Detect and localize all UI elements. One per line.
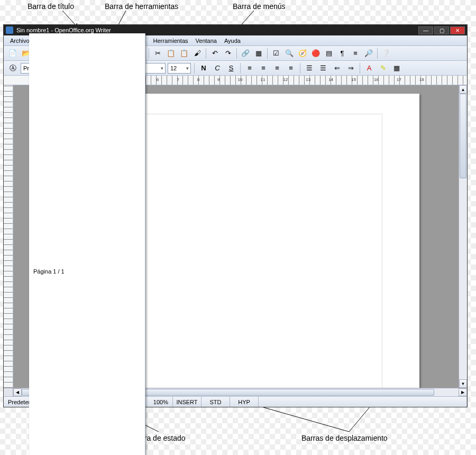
scroll-right-icon[interactable]: ▶: [459, 388, 467, 396]
bg-color-icon[interactable]: ▦: [391, 62, 402, 74]
scroll-down-icon[interactable]: ▼: [459, 379, 467, 388]
vscroll-thumb[interactable]: [460, 94, 466, 178]
redo-icon[interactable]: ↷: [222, 48, 234, 59]
record-icon[interactable]: 🔴: [310, 48, 322, 59]
window-title: Sin nombre1 - OpenOffice.org Writer: [16, 27, 111, 33]
align-center-icon[interactable]: ≡: [258, 62, 269, 74]
menu-herramientas[interactable]: Herramientas: [150, 37, 191, 45]
highlight-icon[interactable]: ✎: [377, 62, 389, 74]
app-icon: [6, 26, 13, 34]
vscroll-track[interactable]: [459, 94, 467, 379]
status-spacer: [259, 397, 467, 407]
vertical-scrollbar[interactable]: ▲ ▼: [459, 85, 467, 388]
maximize-button[interactable]: ▢: [434, 26, 449, 34]
table-icon[interactable]: ▦: [253, 48, 264, 59]
status-std[interactable]: STD: [202, 397, 230, 407]
indent-dec-icon[interactable]: ⇐: [331, 62, 343, 74]
status-hyp[interactable]: HYP: [230, 397, 259, 407]
help-icon[interactable]: ❔: [380, 48, 392, 59]
bold-button[interactable]: N: [198, 62, 209, 74]
indent-inc-icon[interactable]: ⇒: [345, 62, 356, 74]
styles-icon[interactable]: Ⓐ: [7, 62, 19, 74]
zoom-icon[interactable]: 🔎: [363, 48, 374, 59]
status-bar: Página 1 / 1 Predeterminado 100% INSERT …: [4, 396, 467, 407]
cut-icon[interactable]: ✂: [152, 48, 163, 59]
columns-icon[interactable]: ≡: [350, 48, 361, 59]
list-number-icon[interactable]: ☰: [304, 62, 315, 74]
format-paint-icon[interactable]: 🖌: [191, 48, 203, 59]
vertical-ruler[interactable]: [4, 85, 13, 388]
nonprinting-icon[interactable]: ¶: [336, 48, 348, 59]
underline-button[interactable]: S: [225, 62, 237, 74]
new-doc-icon[interactable]: 📄: [7, 48, 19, 59]
menu-ventana[interactable]: Ventana: [193, 37, 220, 45]
check-icon[interactable]: ☑: [270, 48, 282, 59]
hyperlink-icon[interactable]: 🔗: [240, 48, 251, 59]
close-button[interactable]: ✕: [450, 26, 465, 34]
copy-icon[interactable]: 📋: [165, 48, 177, 59]
paste-icon[interactable]: 📋: [178, 48, 190, 59]
undo-icon[interactable]: ↶: [209, 48, 221, 59]
align-right-icon[interactable]: ≡: [271, 62, 283, 74]
status-zoom[interactable]: 100%: [141, 397, 173, 407]
app-window: Sin nombre1 - OpenOffice.org Writer — ▢ …: [3, 24, 468, 407]
find-icon[interactable]: 🔍: [283, 48, 295, 59]
minimize-button[interactable]: —: [418, 26, 433, 34]
font-color-icon[interactable]: A: [363, 62, 375, 74]
status-page[interactable]: Página 1 / 1: [29, 33, 145, 455]
status-insert[interactable]: INSERT: [173, 397, 202, 407]
scroll-left-icon[interactable]: ◀: [13, 388, 22, 396]
grid-icon[interactable]: ▤: [323, 48, 335, 59]
align-left-icon[interactable]: ≡: [244, 62, 255, 74]
menu-ayuda[interactable]: Ayuda: [221, 37, 244, 45]
scroll-up-icon[interactable]: ▲: [459, 85, 467, 94]
align-justify-icon[interactable]: ≡: [285, 62, 297, 74]
navigator-icon[interactable]: 🧭: [297, 48, 308, 59]
italic-button[interactable]: C: [212, 62, 223, 74]
font-size-combo[interactable]: 12: [168, 63, 191, 74]
list-bullet-icon[interactable]: ☰: [317, 62, 329, 74]
